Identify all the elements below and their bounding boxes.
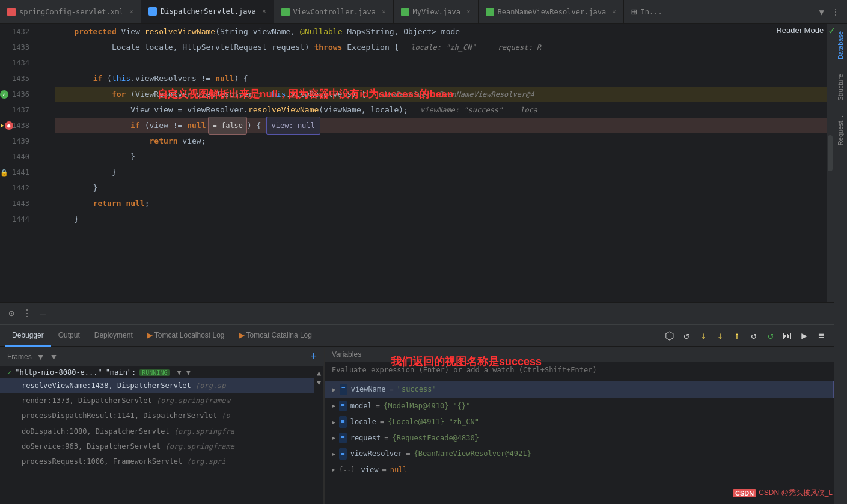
debug-tabs: Debugger Output Deployment ▶ Tomcat Loca… xyxy=(0,325,834,347)
scroll-down-btn[interactable]: ▼ xyxy=(317,378,321,387)
gutter-icons: ✓ ➤ ● 🔒 xyxy=(0,24,12,302)
close-icon-2[interactable]: × xyxy=(382,8,386,16)
variables-panel: Variables ▶ ≡ viewName = "success" xyxy=(325,347,834,504)
frame-label-3: doDispatch:1080, DispatcherServlet (org.… xyxy=(22,426,234,437)
var-eq-view: = xyxy=(382,464,386,475)
scroll-thumb[interactable] xyxy=(828,135,833,171)
sidebar-tab-request[interactable]: Request... xyxy=(834,108,847,153)
debug-view-btn[interactable]: ⬡ xyxy=(662,328,677,344)
tab-beanname[interactable]: BeanNameViewResolver.java × xyxy=(479,0,624,24)
var-expand-locale[interactable]: ▶ xyxy=(332,417,335,427)
run-to-cursor-btn[interactable]: ↺ xyxy=(746,328,762,344)
var-item-request[interactable]: ▶ ≡ request = {RequestFacade@4830} xyxy=(325,430,834,446)
debug-tab-deployment[interactable]: Deployment xyxy=(87,325,140,347)
view-null-popup: view: null xyxy=(266,117,320,135)
tab-viewcontroller[interactable]: ViewController.java × xyxy=(274,0,394,24)
deployment-tab-label: Deployment xyxy=(94,331,133,339)
sidebar-tab-database[interactable]: Database xyxy=(834,24,847,67)
lock-icon-1441: 🔒 xyxy=(0,168,8,177)
minimize-icon[interactable]: — xyxy=(36,307,49,320)
code-bottom-toolbar: ⊙ ⋮ — xyxy=(0,302,834,324)
var-expand-view[interactable]: ▶ xyxy=(332,465,335,474)
debug-resume-btn[interactable]: ↺ xyxy=(679,328,694,344)
frames-list: ✓ "http-nio-8080-e..." "main": RUNNING ▼… xyxy=(0,366,314,504)
debugger-tab-label: Debugger xyxy=(12,331,44,339)
java-icon-1 xyxy=(148,7,157,16)
var-name-viewresolver: viewResolver xyxy=(350,448,403,459)
variables-list: ▶ ≡ viewName = "success" ▶ ≡ model = xyxy=(325,378,834,504)
tab-springconfig[interactable]: springConfig-servlet.xml × xyxy=(0,0,141,24)
vertical-scrollbar[interactable] xyxy=(827,24,834,302)
code-view[interactable]: ✓ ➤ ● 🔒 xyxy=(0,24,834,302)
csdn-badge: CSDN CSDN @禿头披风侠_L xyxy=(733,488,833,498)
xml-icon xyxy=(7,8,16,16)
var-item-locale[interactable]: ▶ ≡ locale = {Locale@4911} "zh_CN" xyxy=(325,414,834,430)
debug-tab-output[interactable]: Output xyxy=(51,325,87,347)
var-item-view[interactable]: ▶ {..} view = null xyxy=(325,462,834,478)
close-icon-3[interactable]: × xyxy=(466,8,471,16)
more-options-icon[interactable]: ⋮ xyxy=(20,307,34,320)
frame-item-0[interactable]: resolveViewName:1438, DispatcherServlet … xyxy=(0,378,314,393)
debug-tab-tomcat-catalina[interactable]: ▶ Tomcat Catalina Log xyxy=(232,325,319,347)
var-eq-request: = xyxy=(384,433,388,443)
var-icon-viewresolver: ≡ xyxy=(339,448,347,460)
tab-in[interactable]: ⊞ In... xyxy=(624,0,670,24)
reader-mode-check[interactable]: ✓ xyxy=(828,24,835,37)
list-view-btn[interactable]: ≡ xyxy=(813,328,829,344)
frames-dropdown-icon[interactable]: ▼ xyxy=(50,352,58,362)
tab-more-options[interactable]: ⋮ xyxy=(829,5,842,19)
step-out-btn[interactable]: ↑ xyxy=(729,328,745,344)
var-eq-model: = xyxy=(376,401,380,411)
scroll-up-btn[interactable]: ▲ xyxy=(317,369,321,377)
frames-scroll-side: ▲ ▼ xyxy=(314,366,324,504)
breakpoint-icon-1436[interactable]: ✓ xyxy=(0,90,8,99)
code-line-1434 xyxy=(55,55,827,71)
code-line-1438: if (view != null = false ) { view: null xyxy=(55,118,827,133)
java-icon-3 xyxy=(401,8,409,16)
frame-item-5[interactable]: processRequest:1006, FrameworkServlet (o… xyxy=(0,454,314,469)
frames-filter-icon[interactable]: ▼ xyxy=(37,352,45,362)
frame-item-3[interactable]: doDispatch:1080, DispatcherServlet (org.… xyxy=(0,424,314,439)
code-line-1437: View view = viewResolver. resolveViewNam… xyxy=(55,102,827,118)
close-icon-4[interactable]: × xyxy=(612,8,616,16)
tab-down-arrow[interactable]: ▼ xyxy=(817,5,827,19)
frames-add-btn[interactable]: + xyxy=(310,350,317,363)
debug-tab-debugger[interactable]: Debugger xyxy=(5,325,51,347)
evaluate-input[interactable] xyxy=(325,362,834,378)
var-expand-model[interactable]: ▶ xyxy=(332,401,335,410)
tomcat-local-label: Tomcat Localhost Log xyxy=(154,331,225,339)
code-line-1440: } xyxy=(55,149,827,165)
thread-filter-icon[interactable]: ▼ xyxy=(177,368,181,377)
gutter-row-1432 xyxy=(0,24,12,40)
record-btn[interactable]: ▶ xyxy=(797,328,812,344)
close-icon-1[interactable]: × xyxy=(262,7,266,15)
fast-forward-btn[interactable]: ⏭ xyxy=(780,328,795,344)
step-over-btn[interactable]: ↓ xyxy=(696,328,711,344)
var-expand-viewname[interactable]: ▶ xyxy=(332,385,336,394)
var-icon-viewname: ≡ xyxy=(340,384,347,395)
frame-item-1[interactable]: render:1373, DispatcherServlet (org.spri… xyxy=(0,393,314,408)
tab-dispatcherservlet[interactable]: DispatcherServlet.java × xyxy=(141,0,274,24)
frame-label-1: render:1373, DispatcherServlet (org.spri… xyxy=(22,395,230,407)
sidebar-tab-structure[interactable]: Structure xyxy=(834,67,847,108)
code-line-1433: Locale locale, HttpServletRequest reques… xyxy=(55,40,827,55)
evaluate-btn[interactable]: ↺ xyxy=(763,328,778,344)
var-item-model[interactable]: ▶ ≡ model = {ModelMap@4910} "{}" xyxy=(325,398,834,414)
frame-item-2[interactable]: processDispatchResult:1141, DispatcherSe… xyxy=(0,408,314,424)
debug-tab-tomcat-local[interactable]: ▶ Tomcat Localhost Log xyxy=(140,325,232,347)
code-line-1444: } xyxy=(55,211,827,227)
settings-icon[interactable]: ⊙ xyxy=(5,307,18,320)
var-item-viewname[interactable]: ▶ ≡ viewName = "success" xyxy=(325,381,834,398)
var-item-viewresolver[interactable]: ▶ ≡ viewResolver = {BeanNameViewResolver… xyxy=(325,446,834,462)
var-name-view: view xyxy=(361,464,379,475)
frame-label-4: doService:963, DispatcherServlet (org.sp… xyxy=(22,441,234,452)
var-value-view: null xyxy=(390,464,408,475)
toolbar-left: ⊙ ⋮ — xyxy=(5,307,49,320)
step-into-btn[interactable]: ↓ xyxy=(712,328,728,344)
thread-dropdown-icon[interactable]: ▼ xyxy=(186,368,191,377)
close-icon-0[interactable]: × xyxy=(129,8,133,16)
tab-myview[interactable]: MyView.java × xyxy=(394,0,479,24)
var-expand-request[interactable]: ▶ xyxy=(332,433,335,442)
frame-item-4[interactable]: doService:963, DispatcherServlet (org.sp… xyxy=(0,439,314,454)
var-expand-viewresolver[interactable]: ▶ xyxy=(332,449,335,458)
